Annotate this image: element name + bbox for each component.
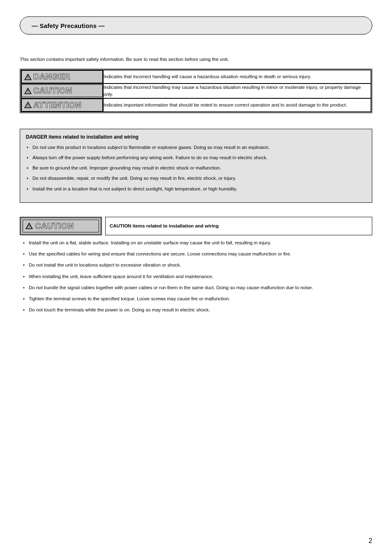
caution-header-row: CAUTION CAUTION items related to install… [20,217,372,235]
warning-triangle-icon [24,88,32,94]
definition-desc: Indicates that incorrect handling may ca… [103,84,371,98]
list-item: Do not touch the terminals while the pow… [22,306,370,313]
definition-label-text: CAUTION [33,86,72,95]
list-item: Be sure to ground the unit. Improper gro… [26,165,366,172]
definition-label-cell: CAUTION [21,84,103,98]
definition-row: DANGERIndicates that incorrect handling … [21,70,371,84]
caution-list: Install the unit on a flat, stable surfa… [20,239,372,314]
list-item: Do not install the unit in locations sub… [22,262,370,269]
definition-row: CAUTIONIndicates that incorrect handling… [21,84,371,98]
caution-section: CAUTION CAUTION items related to install… [20,217,372,314]
page-title: — Safety Precautions — [32,22,105,29]
svg-point-7 [29,227,30,228]
page-header-bar: — Safety Precautions — [20,16,372,35]
svg-point-5 [28,107,28,107]
svg-point-3 [28,93,28,93]
definitions-table: DANGERIndicates that incorrect handling … [20,69,372,113]
danger-box-title: DANGER items related to installation and… [26,134,366,140]
list-item: Install the unit on a flat, stable surfa… [22,239,370,246]
list-item: Always turn off the power supply before … [26,154,366,161]
caution-badge: CAUTION [20,217,102,235]
definition-label-text: ATTENTION [33,100,81,110]
warning-triangle-icon [24,102,32,108]
list-item: Install the unit in a location that is n… [26,186,366,193]
warning-triangle-icon [24,74,32,80]
definition-row: ATTENTIONIndicates important information… [21,98,371,112]
caution-badge-text: CAUTION [35,221,74,231]
page-number: 2 [369,537,372,545]
definition-label-cell: DANGER [21,70,103,84]
definition-label-cell: ATTENTION [21,98,103,112]
caution-title: CAUTION items related to installation an… [105,217,372,235]
intro-text: This section contains important safety i… [20,56,372,63]
list-item: Do not use this product in locations sub… [26,144,366,151]
warning-triangle-icon [25,223,33,229]
list-item: Use the specified cables for wiring and … [22,251,370,258]
list-item: Tighten the terminal screws to the speci… [22,295,370,302]
list-item: When installing the unit, leave sufficie… [22,273,370,280]
list-item: Do not disassemble, repair, or modify th… [26,175,366,182]
definition-desc: Indicates that incorrect handling will c… [103,70,371,84]
danger-box: DANGER items related to installation and… [20,129,372,203]
list-item: Do not bundle the signal cables together… [22,284,370,291]
definition-desc: Indicates important information that sho… [103,98,371,112]
definition-label-text: DANGER [33,72,70,81]
danger-list: Do not use this product in locations sub… [26,144,366,193]
svg-point-1 [28,78,28,79]
